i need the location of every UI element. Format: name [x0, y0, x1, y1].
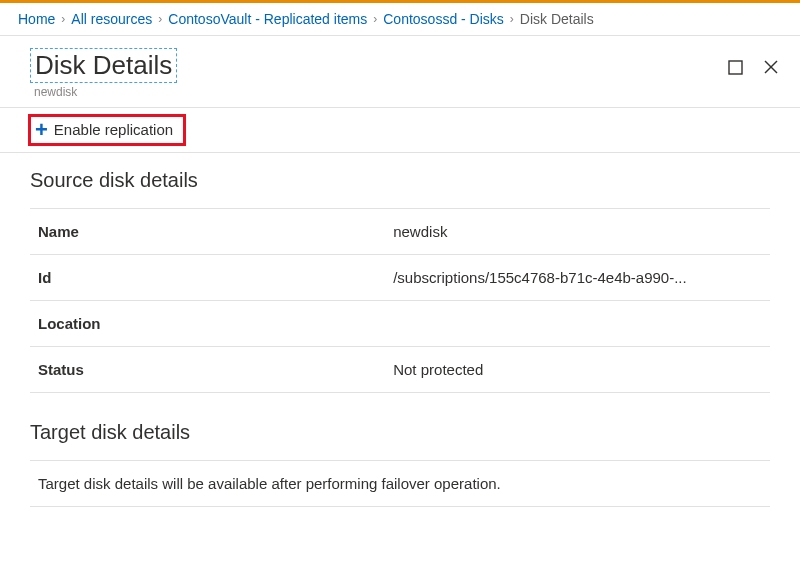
plus-icon: + — [35, 119, 48, 141]
chevron-right-icon: › — [158, 12, 162, 26]
breadcrumb-current: Disk Details — [520, 11, 594, 27]
breadcrumb-link-disks[interactable]: Contosossd - Disks — [383, 11, 504, 27]
chevron-right-icon: › — [61, 12, 65, 26]
source-details-table: Name newdisk Id /subscriptions/155c4768-… — [30, 208, 770, 393]
toolbar: + Enable replication — [0, 107, 800, 153]
target-section-title: Target disk details — [30, 421, 770, 444]
breadcrumb-link-all-resources[interactable]: All resources — [71, 11, 152, 27]
row-label: Location — [30, 300, 385, 346]
restore-icon[interactable] — [726, 58, 744, 76]
content-area: Source disk details Name newdisk Id /sub… — [0, 153, 800, 507]
row-value — [385, 300, 770, 346]
source-section-title: Source disk details — [30, 169, 770, 192]
target-info-text: Target disk details will be available af… — [30, 460, 770, 507]
breadcrumb: Home › All resources › ContosoVault - Re… — [0, 3, 800, 36]
page-header: Disk Details newdisk — [0, 36, 800, 107]
table-row: Location — [30, 300, 770, 346]
table-row: Name newdisk — [30, 208, 770, 254]
close-icon[interactable] — [762, 58, 780, 76]
row-label: Id — [30, 254, 385, 300]
chevron-right-icon: › — [373, 12, 377, 26]
row-label: Status — [30, 346, 385, 392]
chevron-right-icon: › — [510, 12, 514, 26]
row-value: newdisk — [385, 208, 770, 254]
enable-replication-label: Enable replication — [54, 121, 173, 138]
row-label: Name — [30, 208, 385, 254]
page-title: Disk Details — [30, 48, 177, 83]
svg-rect-0 — [729, 61, 742, 74]
breadcrumb-link-home[interactable]: Home — [18, 11, 55, 27]
table-row: Status Not protected — [30, 346, 770, 392]
table-row: Id /subscriptions/155c4768-b71c-4e4b-a99… — [30, 254, 770, 300]
row-value: Not protected — [385, 346, 770, 392]
enable-replication-button[interactable]: + Enable replication — [28, 114, 186, 146]
breadcrumb-link-vault[interactable]: ContosoVault - Replicated items — [168, 11, 367, 27]
page-subtitle: newdisk — [30, 85, 177, 99]
row-value: /subscriptions/155c4768-b71c-4e4b-a990-.… — [385, 254, 770, 300]
